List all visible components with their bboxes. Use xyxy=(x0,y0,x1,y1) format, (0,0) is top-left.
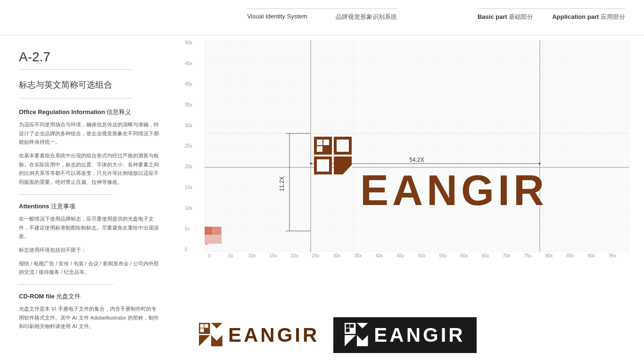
office-heading: Office Regulation Information 信息释义 xyxy=(19,108,160,116)
x-label-35: 35x xyxy=(347,253,369,258)
y-label-0: 0 xyxy=(185,247,192,252)
office-text1: 为适应不同使用场合与环境，确保信息传达的清晰与准确，特设计了企业品牌的多种组合，… xyxy=(19,120,160,147)
svg-rect-89 xyxy=(213,227,221,235)
x-label-90: 90x xyxy=(581,253,602,258)
y-label-30: 30x xyxy=(185,123,192,128)
left-panel: A-2.7 标志与英文简称可选组合 Office Regulation Info… xyxy=(0,35,179,362)
header-vi-zh: 品牌视觉形象识别系统 xyxy=(336,13,397,21)
grid-svg: 54.2X 11.2X x xyxy=(199,40,635,252)
x-label-80: 80x xyxy=(538,253,560,258)
y-label-45: 45x xyxy=(185,61,192,66)
y-label-50: 50x xyxy=(185,40,192,45)
x-label-0: 0 xyxy=(199,253,220,258)
svg-rect-119 xyxy=(346,324,350,328)
attentions-text2: 标志使用环境包括但不限于： xyxy=(19,246,160,255)
header-center: Visual Identity System 品牌视觉形象识别系统 xyxy=(247,8,397,21)
y-label-15: 15x xyxy=(185,185,192,190)
x-label-25: 25x xyxy=(305,253,326,258)
x-label-85: 85x xyxy=(560,253,581,258)
svg-rect-120 xyxy=(350,324,354,328)
svg-text:x: x xyxy=(206,242,207,246)
svg-rect-98 xyxy=(317,146,322,152)
svg-rect-88 xyxy=(205,227,213,235)
y-label-20: 20x xyxy=(185,164,192,169)
header-basic: Basic part 基础部分 xyxy=(478,13,534,21)
svg-rect-96 xyxy=(317,140,322,145)
y-label-35: 35x xyxy=(185,102,192,107)
svg-rect-91 xyxy=(314,137,332,155)
right-panel: 50x 45x 40x 35x 30x 25x 20x 15x 10x 5x 0 xyxy=(179,35,644,362)
svg-text:EANGIR: EANGIR xyxy=(360,167,548,214)
header-right: Basic part 基础部分 Application part 应用部分 xyxy=(478,8,625,21)
logo-dark-preview: EANGIR xyxy=(333,317,476,353)
x-label-20: 20x xyxy=(284,253,305,258)
y-label-5: 5x xyxy=(185,226,192,231)
header-application: Application part 应用部分 xyxy=(552,13,625,21)
main-content: A-2.7 标志与英文简称可选组合 Office Regulation Info… xyxy=(0,35,644,362)
svg-text:54.2X: 54.2X xyxy=(409,156,424,163)
svg-rect-108 xyxy=(205,324,208,328)
y-label-25: 25x xyxy=(185,143,192,148)
svg-rect-109 xyxy=(200,328,204,332)
svg-rect-121 xyxy=(346,328,350,332)
chart-area: 50x 45x 40x 35x 30x 25x 20x 15x 10x 5x 0 xyxy=(184,40,635,309)
attentions-heading: Attentions 注意事项 xyxy=(19,202,160,211)
cd-text: 光盘文件是本 VI 手册电子文件的集合，内含手册制作时的专用软件格式文件。其中 … xyxy=(19,304,160,331)
attentions-text1: 在一般情况下使用品牌标志，应尽量使用提供的光盘电子文件，不建议使用标准制图绘制标… xyxy=(19,214,160,241)
svg-rect-107 xyxy=(200,324,204,328)
x-label-5: 5x xyxy=(220,253,241,258)
section-title: 标志与英文简称可选组合 xyxy=(19,79,132,99)
x-label-15: 15x xyxy=(263,253,284,258)
svg-rect-97 xyxy=(323,140,329,145)
x-label-45: 45x xyxy=(390,253,411,258)
logo-text-dark: EANGIR xyxy=(374,324,465,346)
cd-heading: CD-ROM file 光盘文件 xyxy=(19,292,160,301)
x-axis: 0 5x 10x 15x 20x 25x 30x 35x 40x 45x 50x… xyxy=(199,253,635,258)
office-text2: 在基本要素组合系统中出现的组合形式均经过严格的测算与检验。在实际应用中，标志的位… xyxy=(19,151,160,187)
x-label-65: 65x xyxy=(475,253,496,258)
x-label-30: 30x xyxy=(326,253,347,258)
x-label-50: 50x xyxy=(411,253,432,258)
svg-text:11.2X: 11.2X xyxy=(279,176,285,191)
page-code: A-2.7 xyxy=(19,49,132,70)
divider2 xyxy=(19,284,113,285)
grid-wrapper: 50x 45x 40x 35x 30x 25x 20x 15x 10x 5x 0 xyxy=(199,40,635,252)
logo-previews: EANGIR EANGIR xyxy=(199,313,635,357)
attentions-text3: 报纸 / 电视广告 / 宣传 / 包装 / 会议 / 新闻发布会 / 公司内外部… xyxy=(19,259,160,277)
y-axis: 50x 45x 40x 35x 30x 25x 20x 15x 10x 5x 0 xyxy=(185,40,192,252)
x-label-75: 75x xyxy=(517,253,538,258)
x-label-40: 40x xyxy=(369,253,390,258)
header-vi-en: Visual Identity System xyxy=(247,13,307,21)
x-label-60: 60x xyxy=(454,253,475,258)
divider1 xyxy=(19,194,113,195)
logo-text-light: EANGIR xyxy=(228,324,319,346)
logo-icon-light xyxy=(199,323,223,347)
logo-icon-dark xyxy=(345,323,369,347)
header: Visual Identity System 品牌视觉形象识别系统 Basic … xyxy=(0,0,644,35)
x-label-10: 10x xyxy=(241,253,263,258)
logo-light-preview: EANGIR xyxy=(199,323,319,347)
y-label-40: 40x xyxy=(185,82,192,87)
x-label-95: 95x xyxy=(602,253,623,258)
y-label-10: 10x xyxy=(185,206,192,211)
x-label-55: 55x xyxy=(432,253,454,258)
x-label-70: 70x xyxy=(496,253,517,258)
